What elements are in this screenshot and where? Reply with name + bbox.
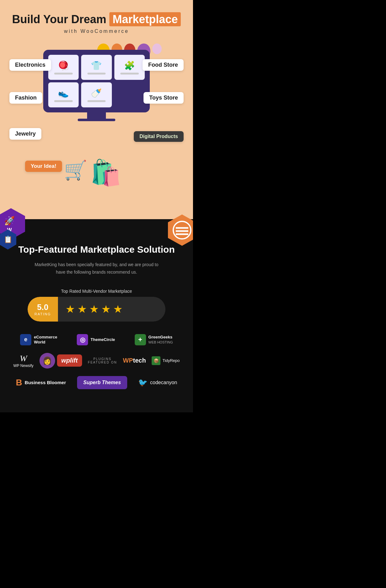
partners-row-3: B Business Bloomer Superb Themes 🐦 codec… xyxy=(9,376,184,389)
svg-text:📋: 📋 xyxy=(4,235,13,244)
label-digital-products: Digital Products xyxy=(134,131,184,142)
partners-row-2: W WP Newsify 👩 wplift PLUGINSFEATURED ON… xyxy=(9,353,184,369)
monitor-cell-2: 👕 xyxy=(81,55,112,80)
monitor-screen: 🪀 👕 🧩 👟 🍼 xyxy=(48,55,145,107)
hero-title: Build Your Dream Marketplace xyxy=(6,13,187,26)
monitor-cell-6 xyxy=(114,82,145,107)
shopping-figure: 🛍️ xyxy=(90,158,122,188)
rating-label: Top Rated Multi-Vendor Marketplace xyxy=(9,289,184,294)
partners-row-1: e eCommerceWorld ◎ ThemeCircle + GreenGe… xyxy=(9,334,184,345)
partner-business-bloomer: B Business Bloomer xyxy=(16,378,66,388)
monitor-cell-5: 🍼 xyxy=(81,82,112,107)
hex-orange-decoration xyxy=(165,213,193,247)
dark-section: 🚀 W 📋 Top-Featured Marketplace Solution … xyxy=(0,219,193,412)
star-1: ★ xyxy=(65,303,75,315)
monitor-body: 🪀 👕 🧩 👟 🍼 xyxy=(43,50,150,112)
partner-wp-tech: WPtech xyxy=(123,357,146,364)
superb-themes-label: Superb Themes xyxy=(83,380,121,385)
wp-newsify-label: WP Newsify xyxy=(13,364,33,368)
section-title: Top-Featured Marketplace Solution xyxy=(9,244,184,255)
business-bloomer-label: Business Bloomer xyxy=(25,380,66,385)
wp-tech-wp: WP xyxy=(123,357,133,364)
monitor-cell-1: 🪀 xyxy=(48,55,79,80)
hero-title-highlight: Marketplace xyxy=(109,12,181,26)
partner-tidyrepo: 📦 TidyRepo xyxy=(152,356,180,365)
greengeeks-label: GreenGeeksWEB HOSTING xyxy=(149,335,173,344)
tidyrepo-label: TidyRepo xyxy=(162,358,180,363)
partner-codecanyon: 🐦 codecanyon xyxy=(138,378,177,387)
label-jewelry: Jewelry xyxy=(9,128,41,140)
codecanyon-icon: 🐦 xyxy=(138,378,148,387)
tidyrepo-icon: 📦 xyxy=(152,356,160,365)
star-4: ★ xyxy=(101,303,111,315)
wplift-avatar: 👩 xyxy=(39,353,55,369)
partner-wplift: 👩 wplift xyxy=(39,353,82,369)
hero-title-part1: Build Your Dream xyxy=(12,13,107,26)
partner-plugins-featured: PLUGINSFEATURED ON xyxy=(88,357,117,364)
label-your-idea: Your Idea! xyxy=(25,161,62,172)
label-food-store: Food Store xyxy=(143,59,184,71)
partner-superb-themes: Superb Themes xyxy=(77,376,127,389)
hex-blue-decoration: 📋 xyxy=(0,229,19,250)
star-2: ★ xyxy=(77,303,87,315)
svg-marker-3 xyxy=(168,214,193,246)
label-toys-store: Toys Store xyxy=(143,92,184,104)
business-bloomer-icon: B xyxy=(16,378,22,388)
illustration-area: 🪀 👕 🧩 👟 🍼 🛍️ 🛒 Electronics Fashion Jewel… xyxy=(6,44,187,200)
wp-newsify-w: W xyxy=(20,353,27,364)
themecircle-label: ThemeCircle xyxy=(91,337,115,342)
monitor-illustration: 🪀 👕 🧩 👟 🍼 xyxy=(43,50,150,121)
star-3: ★ xyxy=(89,303,99,315)
svg-text:🚀: 🚀 xyxy=(4,216,15,226)
ecommerce-world-icon: e xyxy=(20,334,31,345)
wplift-badge: wplift xyxy=(57,354,82,367)
rating-score: 5.0 RATING xyxy=(28,297,58,322)
partner-greengeeks: + GreenGeeksWEB HOSTING xyxy=(135,334,173,345)
ecommerce-world-label: eCommerceWorld xyxy=(34,335,57,344)
partner-wp-newsify: W WP Newsify xyxy=(13,353,33,368)
rating-word: RATING xyxy=(34,312,51,316)
stars-area: ★ ★ ★ ★ ★ xyxy=(58,303,130,315)
themecircle-icon: ◎ xyxy=(77,334,88,345)
hero-subtitle: with WooCommerce xyxy=(6,28,187,34)
monitor-base xyxy=(78,119,115,121)
hero-section: Build Your Dream Marketplace with WooCom… xyxy=(0,0,193,219)
label-electronics: Electronics xyxy=(9,59,51,71)
codecanyon-label: codecanyon xyxy=(150,380,177,385)
monitor-stand xyxy=(87,112,106,119)
star-5: ★ xyxy=(113,303,123,315)
greengeeks-icon: + xyxy=(135,334,146,345)
label-fashion: Fashion xyxy=(9,92,42,104)
partner-ecommerce-world: e eCommerceWorld xyxy=(20,334,57,345)
monitor-cell-3: 🧩 xyxy=(114,55,145,80)
balloon-pink xyxy=(152,44,162,54)
partner-themecircle: ◎ ThemeCircle xyxy=(77,334,115,345)
rating-number: 5.0 xyxy=(34,302,51,312)
monitor-cell-4: 👟 xyxy=(48,82,79,107)
shopping-cart-icon: 🛒 xyxy=(64,159,87,181)
section-description: MarketKing has been specially featured b… xyxy=(9,261,184,276)
rating-block: 5.0 RATING ★ ★ ★ ★ ★ xyxy=(28,297,165,322)
